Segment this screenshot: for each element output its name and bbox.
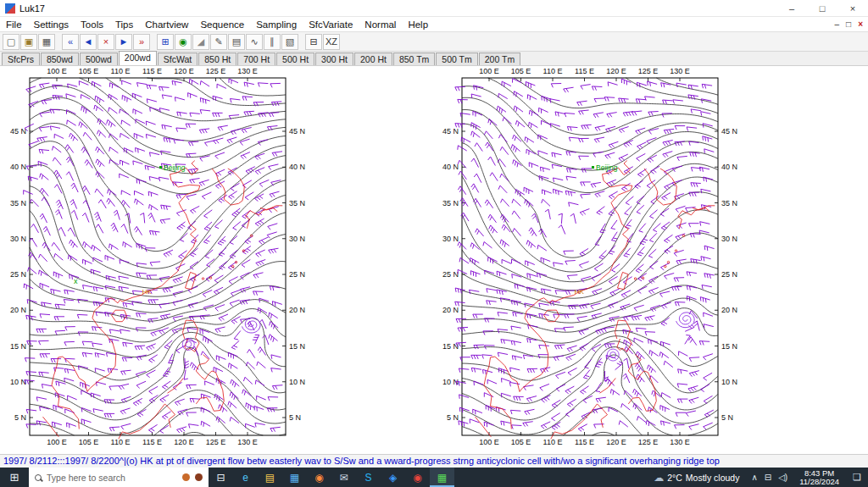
streamline-tool-icon[interactable]: ∿ [246,34,263,50]
xz-view-icon[interactable]: XZ [323,34,340,50]
weather-map-left[interactable]: 100 E100 E105 E105 E110 E110 E115 E115 E… [7,66,319,449]
stop-sequence-icon[interactable]: × [97,34,114,50]
tab-sfcwat[interactable]: SfcWat [158,53,198,65]
island-marker [634,278,636,279]
axis-label: 25 N [442,270,459,279]
taskbar-skype[interactable]: S [356,468,381,487]
last-chart-icon[interactable]: » [133,34,150,50]
save-file-icon[interactable]: ▦ [38,34,55,50]
axis-label: 5 N [289,413,301,422]
menu-chartview[interactable]: Chartview [139,19,194,30]
menu-tips[interactable]: Tips [109,19,139,30]
menu-help[interactable]: Help [402,19,434,30]
globe-view-icon[interactable]: ◉ [175,34,192,50]
tab-500-tm[interactable]: 500 Tm [436,53,477,65]
axis-label: 5 N [721,413,733,422]
tab-700-ht[interactable]: 700 Ht [237,53,275,65]
menu-normal[interactable]: Normal [359,19,402,30]
tab-850-ht[interactable]: 850 Ht [198,53,236,65]
first-chart-icon[interactable]: « [62,34,79,50]
search-input[interactable]: Type here to search [29,468,209,487]
app-icon [5,3,15,14]
next-chart-icon[interactable]: ► [115,34,132,50]
search-icon [35,474,42,481]
axis-label: 35 N [289,199,305,208]
taskbar-file-explorer[interactable]: ▤ [258,468,282,487]
slope-tool-icon[interactable]: ◢ [192,34,209,50]
taskbar-chrome[interactable]: ◉ [405,468,430,487]
tab-850-tm[interactable]: 850 Tm [393,53,435,65]
taskbar-weather[interactable]: ☁ 2°C Mostly cloudy [647,472,746,484]
mdi-restore-button[interactable]: □ [846,19,851,29]
map-panel-left[interactable]: 100 E100 E105 E105 E110 E110 E115 E115 E… [7,66,319,452]
map-panel-right[interactable]: 100 E100 E105 E105 E110 E110 E115 E115 E… [439,66,751,452]
tab-500wd[interactable]: 500wd [80,53,118,65]
menu-file[interactable]: File [0,19,28,30]
toolbar: ▢▣▦«◄×►»⊞◉◢✎▤∿∥▧⊟XZ [0,32,868,52]
shear-tool-icon[interactable]: ∥ [264,34,281,50]
taskbar-store[interactable]: ▦ [282,468,307,487]
axis-label: 30 N [10,235,26,243]
open-file-icon[interactable]: ▣ [20,34,37,50]
chart-style-icon[interactable]: ▧ [281,34,298,50]
axis-label: 15 N [289,342,305,351]
taskbar-vscode[interactable]: ◈ [381,468,405,487]
dual-pane-view-icon[interactable]: ⊟ [305,34,322,50]
menu-settings[interactable]: Settings [28,19,75,30]
taskbar-task-view[interactable]: ⊟ [209,468,233,487]
status-text: 1997/ 8/2112:::1997/ 8/2200^|(o) HK at p… [3,456,720,466]
hidden-icons-icon[interactable]: ∧ [751,473,757,482]
axis-label: 40 N [10,163,26,171]
city-label: Beijing [596,163,618,172]
toolbar-separator [151,34,156,50]
minimize-button[interactable]: – [776,0,807,16]
clock-time: 8:43 PM [799,469,839,478]
tab-500-ht[interactable]: 500 Ht [276,53,314,65]
mdi-minimize-button[interactable]: – [835,19,840,29]
axis-label: 110 E [543,67,563,75]
new-file-icon[interactable]: ▢ [3,34,19,50]
tab-200wd[interactable]: 200wd [119,51,157,65]
taskbar-edge[interactable]: e [233,468,258,487]
volume-icon[interactable]: ◁) [778,473,787,482]
network-icon[interactable]: ⊟ [765,473,771,482]
hatch-tool-icon[interactable]: ▤ [228,34,245,50]
draw-tool-icon[interactable]: ✎ [210,34,227,50]
weather-condition: Mostly cloudy [686,473,740,483]
grid-overlay-icon[interactable]: ⊞ [157,34,174,50]
axis-label: 130 E [670,438,690,446]
taskbar-clock[interactable]: 8:43 PM 11/28/2024 [793,469,846,486]
axis-label: 130 E [237,67,258,75]
tab-850wd[interactable]: 850wd [41,53,79,65]
axis-label: 5 N [14,413,26,422]
axis-label: 45 N [10,127,26,136]
menu-tools[interactable]: Tools [75,19,109,30]
menu-sfcvariate[interactable]: SfcVariate [303,19,359,30]
menu-sequence[interactable]: Sequence [194,19,250,30]
prev-chart-icon[interactable]: ◄ [80,34,97,50]
tab-300-ht[interactable]: 300 Ht [315,53,353,65]
action-center-icon[interactable]: ❏ [846,472,868,483]
axis-label: 120 E [606,438,626,446]
station-label: HK [575,288,585,296]
axis-label: 20 N [442,306,459,314]
axis-label: 100 E [47,438,67,446]
mdi-close-button[interactable]: × [858,19,863,29]
tab-sfcprs[interactable]: SfcPrs [2,53,40,65]
maximize-button[interactable]: □ [807,0,837,16]
tab-200-tm[interactable]: 200 Tm [479,53,520,65]
title-bar: Luk17 – □ × [0,0,868,17]
menu-items: FileSettingsToolsTipsChartviewSequenceSa… [0,19,434,30]
axis-label: 25 N [721,270,737,279]
taskbar-luk17[interactable]: ▦ [430,468,454,487]
taskbar-firefox[interactable]: ◉ [307,468,331,487]
axis-label: 15 N [10,342,26,351]
close-button[interactable]: × [837,0,868,16]
axis-label: 120 E [174,67,194,75]
axis-label: 100 E [479,67,499,75]
start-button[interactable]: ⊞ [0,468,29,487]
tab-200-ht[interactable]: 200 Ht [354,53,392,65]
weather-map-right[interactable]: 100 E100 E105 E105 E110 E110 E115 E115 E… [439,66,751,449]
menu-sampling[interactable]: Sampling [250,19,303,30]
taskbar-mail[interactable]: ✉ [331,468,356,487]
